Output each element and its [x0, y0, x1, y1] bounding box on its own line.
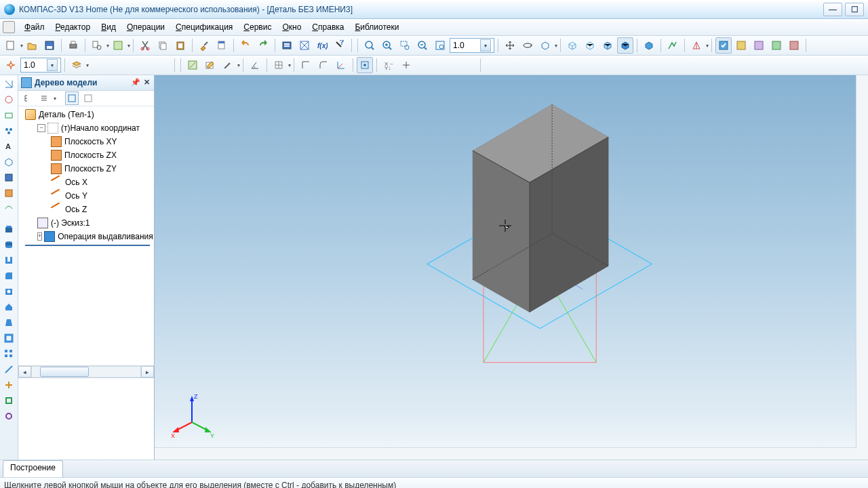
close-icon[interactable]: ✕: [142, 78, 151, 87]
simplify-icon[interactable]: [665, 37, 681, 54]
rollback-bar[interactable]: [25, 245, 150, 247]
vtool-05[interactable]: A: [1, 139, 17, 154]
perspective-icon[interactable]: [641, 37, 657, 54]
new-dropdown[interactable]: ▾: [20, 38, 22, 53]
viewport-hscroll[interactable]: [155, 447, 856, 460]
menu-help[interactable]: Справка: [307, 21, 349, 33]
undo-button[interactable]: [237, 37, 254, 54]
lib2-icon[interactable]: [296, 37, 313, 54]
zoom-in-icon[interactable]: [379, 37, 395, 54]
menu-service[interactable]: Сервис: [238, 21, 277, 33]
coord-x-icon[interactable]: X→Y↓: [380, 57, 397, 73]
preview-button[interactable]: [89, 37, 105, 54]
menu-window[interactable]: Окно: [277, 21, 307, 33]
zoom-fit-icon[interactable]: [361, 37, 378, 54]
vtool-cut[interactable]: [1, 253, 17, 268]
libraries-icon[interactable]: [279, 37, 295, 54]
vtool-array[interactable]: [1, 346, 17, 361]
vtool-hole[interactable]: [1, 284, 17, 299]
wire-icon[interactable]: [564, 37, 580, 54]
collapse-icon[interactable]: −: [37, 124, 45, 132]
pin-icon[interactable]: 📌: [131, 78, 140, 87]
vtool-revolve[interactable]: [1, 237, 17, 252]
vtool-shell[interactable]: [1, 331, 17, 346]
vtool-09[interactable]: [1, 201, 17, 216]
rotate-icon[interactable]: [519, 37, 536, 54]
lcs-icon[interactable]: [333, 57, 349, 73]
menu-libs[interactable]: Библиотеки: [349, 21, 404, 33]
tree-plane-zy[interactable]: Плоскость ZY: [21, 162, 154, 176]
tree-origin[interactable]: − (т)Начало координат: [21, 121, 154, 135]
menu-editor[interactable]: Редактор: [50, 21, 96, 33]
tree-root[interactable]: Деталь (Тел-1): [21, 108, 154, 121]
vtool-07[interactable]: [1, 170, 17, 185]
step-combo[interactable]: 1.0 ▾: [20, 58, 61, 73]
tree-extrude[interactable]: + Операция выдавливания:1: [21, 230, 154, 243]
menu-operations[interactable]: Операции: [121, 21, 170, 33]
vtool-10[interactable]: [1, 362, 17, 377]
help-icon[interactable]: ?: [332, 37, 348, 54]
redo-button[interactable]: [255, 37, 271, 54]
minimize-button[interactable]: —: [823, 3, 842, 16]
vtool-02[interactable]: [1, 92, 17, 107]
zoom-prev-icon[interactable]: [414, 37, 431, 54]
layers-icon[interactable]: [68, 57, 85, 73]
vtool-11[interactable]: [1, 378, 17, 392]
scale-combo[interactable]: 1.0 ▾: [450, 38, 494, 53]
round-icon[interactable]: [315, 57, 332, 73]
vtool-fillet[interactable]: [1, 268, 17, 283]
tool-b-icon[interactable]: [751, 37, 767, 54]
tree-axis-x[interactable]: Ось X: [21, 176, 154, 189]
vtool-03[interactable]: [1, 108, 17, 123]
tree-plane-zx[interactable]: Плоскость ZX: [21, 148, 154, 162]
sketch-mode-icon[interactable]: [184, 57, 201, 73]
brush-icon[interactable]: [196, 37, 212, 54]
hidden-icon[interactable]: [582, 37, 598, 54]
maximize-button[interactable]: ☐: [845, 3, 864, 16]
copy-button[interactable]: [155, 37, 171, 54]
tree-axis-z[interactable]: Ось Z: [21, 203, 154, 216]
vtool-04[interactable]: [1, 123, 17, 138]
shaded-icon[interactable]: [617, 37, 633, 54]
panel-hscroll[interactable]: ◂ ▸: [18, 365, 154, 378]
shade-edges-icon[interactable]: [599, 37, 616, 54]
cut-button[interactable]: [137, 37, 153, 54]
paste-button[interactable]: [172, 37, 189, 54]
wrench-icon[interactable]: [220, 57, 236, 73]
panel-header[interactable]: Дерево модели 📌 ✕: [18, 75, 154, 91]
vtool-12[interactable]: [1, 393, 17, 408]
tool-a-icon[interactable]: [733, 37, 749, 54]
fx-icon[interactable]: f(x): [314, 37, 330, 54]
scroll-right[interactable]: ▸: [141, 366, 154, 378]
scroll-left[interactable]: ◂: [18, 366, 31, 378]
pan-icon[interactable]: [502, 37, 518, 54]
section-icon[interactable]: [688, 37, 705, 54]
vtool-rib[interactable]: [1, 300, 17, 314]
save-button[interactable]: [41, 37, 58, 54]
angle-icon[interactable]: [247, 57, 263, 73]
menu-spec[interactable]: Спецификация: [170, 21, 238, 33]
grid-icon[interactable]: [271, 57, 287, 73]
tree-struct-icon[interactable]: [21, 92, 35, 105]
flag-icon[interactable]: [214, 37, 230, 54]
tree-mode-a[interactable]: [65, 92, 79, 105]
zoom-all-icon[interactable]: [432, 37, 448, 54]
tree-sketch[interactable]: (-) Эскиз:1: [21, 216, 154, 230]
vtool-13[interactable]: [1, 409, 17, 424]
snap-icon[interactable]: [3, 57, 19, 73]
3d-viewport[interactable]: Z X Y: [155, 75, 868, 460]
orient-icon[interactable]: [537, 37, 553, 54]
vtool-08[interactable]: [1, 186, 17, 201]
expand-icon[interactable]: +: [37, 232, 42, 241]
tab-build[interactable]: Построение: [3, 460, 63, 477]
snap-toggle-icon[interactable]: [357, 57, 373, 73]
vtool-06[interactable]: [1, 155, 17, 169]
tool-c-icon[interactable]: [768, 37, 785, 54]
tree-list-icon[interactable]: [37, 92, 51, 105]
new-button[interactable]: [3, 37, 19, 54]
viewport-vscroll[interactable]: [856, 75, 868, 460]
tree-plane-xy[interactable]: Плоскость XY: [21, 135, 154, 148]
open-button[interactable]: [24, 37, 40, 54]
tree-mode-b[interactable]: [81, 92, 95, 105]
vtool-01[interactable]: [1, 77, 17, 92]
